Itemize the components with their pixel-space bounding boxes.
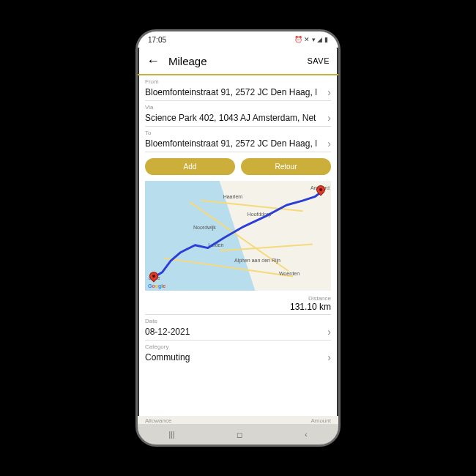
chevron-right-icon: › xyxy=(323,112,331,124)
google-logo: Google xyxy=(148,283,166,289)
route-line xyxy=(145,181,331,291)
chevron-right-icon: › xyxy=(323,326,331,338)
route-map[interactable]: Haarlem Amsterd Hoofddorp Noordwijk Leid… xyxy=(145,181,331,291)
from-value: Bloemfonteinstraat 91, 2572 JC Den Haag,… xyxy=(145,87,323,97)
back-icon[interactable]: ← xyxy=(146,53,160,69)
category-field[interactable]: Category Commuting › xyxy=(145,341,331,365)
page-title: Mileage xyxy=(168,55,298,67)
date-value: 08-12-2021 xyxy=(145,327,323,337)
date-field[interactable]: Date 08-12-2021 › xyxy=(145,315,331,341)
back-nav-icon[interactable]: ‹ xyxy=(305,431,307,439)
phone-frame: 17:05 ⏰ ✕ ▾ ◢ ▮ ← Mileage SAVE From Bloe… xyxy=(135,29,341,447)
recents-icon[interactable]: ||| xyxy=(168,431,174,439)
category-label: Category xyxy=(145,343,331,350)
via-value: Science Park 402, 1043 AJ Amsterdam, Net xyxy=(145,113,323,123)
add-button[interactable]: Add xyxy=(145,158,235,175)
from-label: From xyxy=(145,78,331,85)
app-bar: ← Mileage SAVE xyxy=(138,48,338,75)
status-time: 17:05 xyxy=(148,36,166,44)
to-value: Bloemfonteinstraat 91, 2572 JC Den Haag,… xyxy=(145,138,323,149)
save-button[interactable]: SAVE xyxy=(307,56,330,65)
to-label: To xyxy=(145,130,331,136)
date-label: Date xyxy=(145,318,331,324)
android-nav-bar: ||| ◻ ‹ xyxy=(138,424,338,445)
via-field[interactable]: Via Science Park 402, 1043 AJ Amsterdam,… xyxy=(145,101,331,127)
allowance-label: Allowance xyxy=(145,417,171,424)
status-bar: 17:05 ⏰ ✕ ▾ ◢ ▮ xyxy=(138,31,338,48)
retour-button[interactable]: Retour xyxy=(241,158,331,175)
status-icons: ⏰ ✕ ▾ ◢ ▮ xyxy=(294,36,328,43)
distance-block: Distance 131.10 km xyxy=(145,291,331,315)
partial-row: Allowance Amount xyxy=(138,416,338,424)
amount-label: Amount xyxy=(310,417,331,424)
to-field[interactable]: To Bloemfonteinstraat 91, 2572 JC Den Ha… xyxy=(145,127,331,152)
distance-value: 131.10 km xyxy=(145,302,331,312)
via-label: Via xyxy=(145,104,331,111)
category-value: Commuting xyxy=(145,352,323,362)
distance-label: Distance xyxy=(145,295,331,302)
content: From Bloemfonteinstraat 91, 2572 JC Den … xyxy=(138,75,338,416)
chevron-right-icon: › xyxy=(323,352,331,363)
chevron-right-icon: › xyxy=(323,138,331,149)
home-icon[interactable]: ◻ xyxy=(237,431,242,439)
from-field[interactable]: From Bloemfonteinstraat 91, 2572 JC Den … xyxy=(145,75,331,101)
button-row: Add Retour xyxy=(145,158,331,175)
chevron-right-icon: › xyxy=(323,86,331,98)
